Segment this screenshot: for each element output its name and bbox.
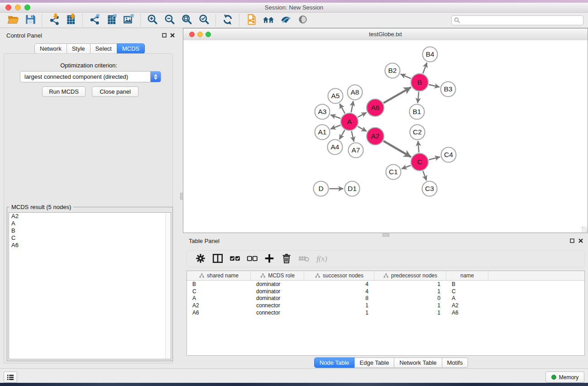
graph-node-B2[interactable]: B2	[385, 63, 400, 78]
cell-shared-name: C	[187, 288, 251, 295]
graph-node-C4[interactable]: C4	[441, 148, 456, 162]
graph-node-A6[interactable]: A6	[367, 99, 384, 116]
splitter-grip-bottom[interactable]	[382, 234, 389, 237]
table-row[interactable]: A6connector11A6	[187, 309, 584, 316]
columns-button[interactable]	[210, 252, 226, 266]
window-titlebar[interactable]: Session: New Session	[0, 3, 588, 13]
graph-node-C[interactable]: C	[411, 153, 428, 171]
graph-edge-A2-C	[383, 141, 411, 157]
result-list-scrollbar[interactable]	[165, 213, 171, 359]
zoom-fit-button[interactable]	[178, 14, 196, 27]
export-table-button[interactable]	[103, 14, 120, 27]
open-file-button[interactable]	[5, 14, 22, 27]
graph-node-A[interactable]: A	[341, 113, 358, 130]
tab-select[interactable]: Select	[90, 43, 117, 54]
column-header-predecessor-nodes[interactable]: predecessor nodes	[374, 271, 446, 280]
column-header-MCDS-role[interactable]: MCDS role	[251, 271, 304, 280]
table-tab-edge-table[interactable]: Edge Table	[354, 357, 395, 368]
graph-node-D[interactable]: D	[314, 181, 329, 196]
graph-node-A2[interactable]: A2	[367, 128, 384, 145]
graph-node-A3[interactable]: A3	[315, 105, 330, 119]
close-panel-icon-button[interactable]	[169, 32, 176, 38]
node-table: shared nameMCDS rolesuccessor nodesprede…	[186, 271, 585, 356]
graph-node-B[interactable]: B	[411, 74, 428, 91]
hide-panel-button[interactable]	[277, 14, 294, 27]
table-float-panel-button[interactable]	[569, 238, 575, 244]
table-row[interactable]: Adominator80A	[187, 295, 584, 302]
graph-node-A7[interactable]: A7	[349, 143, 363, 158]
result-list-item[interactable]: A	[9, 220, 171, 227]
cell-successor-nodes: 8	[304, 295, 374, 301]
criterion-dropdown[interactable]: largest connected component (directed)	[20, 71, 161, 82]
select-all-button[interactable]	[227, 252, 243, 266]
tab-mcds[interactable]: MCDS	[117, 43, 145, 54]
cell-successor-nodes: 4	[304, 281, 374, 287]
eye-button[interactable]	[294, 14, 311, 27]
table-row[interactable]: Cdominator41C	[187, 288, 584, 295]
graph-node-C1[interactable]: C1	[386, 165, 401, 180]
table-close-panel-button[interactable]	[578, 238, 584, 244]
graph-node-C3[interactable]: C3	[422, 181, 437, 196]
add-button[interactable]	[261, 252, 277, 266]
graph-node-C2[interactable]: C2	[410, 125, 425, 140]
export-image-button[interactable]	[120, 14, 138, 27]
table-tab-motifs[interactable]: Motifs	[442, 357, 468, 368]
table-tab-network-table[interactable]: Network Table	[394, 357, 442, 368]
mcds-result-list[interactable]: A2ABCA6	[9, 212, 171, 359]
list-icon	[7, 374, 14, 381]
graph-node-B1[interactable]: B1	[410, 105, 425, 119]
unselect-all-button[interactable]	[244, 252, 260, 266]
network-file-button[interactable]	[243, 14, 260, 27]
float-panel-button[interactable]	[161, 32, 167, 38]
result-list-item[interactable]: C	[9, 234, 171, 242]
zoom-selected-button[interactable]	[196, 14, 213, 27]
export-image-icon	[123, 14, 135, 27]
refresh-button[interactable]	[219, 14, 236, 27]
zoom-out-button[interactable]	[161, 14, 178, 27]
task-history-button[interactable]	[4, 372, 17, 383]
add-icon	[263, 253, 275, 266]
memory-button[interactable]: Memory	[545, 372, 584, 383]
graph-node-A1[interactable]: A1	[315, 125, 330, 140]
graph-node-A4[interactable]: A4	[328, 140, 343, 155]
network-resize-handle[interactable]	[582, 227, 587, 232]
tab-style[interactable]: Style	[67, 43, 91, 54]
network-window-titlebar[interactable]: testGlobe.txt	[183, 29, 588, 41]
graph-node-A8[interactable]: A8	[348, 85, 363, 100]
result-list-item[interactable]: B	[9, 227, 171, 234]
import-table-button[interactable]	[62, 14, 80, 27]
search-input[interactable]	[451, 15, 583, 25]
graph-node-D1[interactable]: D1	[345, 181, 360, 196]
result-list-item[interactable]: A2	[9, 213, 171, 220]
svg-text:D: D	[318, 185, 323, 192]
table-row[interactable]: Bdominator41B	[187, 281, 584, 288]
memory-label: Memory	[559, 374, 578, 381]
import-network-button[interactable]	[45, 14, 62, 27]
first-neighbors-button[interactable]	[260, 14, 277, 27]
float-icon	[570, 238, 574, 243]
cell-successor-nodes: 4	[304, 288, 374, 295]
graph-node-B3[interactable]: B3	[441, 82, 456, 97]
svg-text:B4: B4	[426, 50, 435, 58]
memory-status-icon	[551, 375, 556, 380]
table-tab-node-table[interactable]: Node Table	[314, 357, 355, 368]
settings-gear-button[interactable]	[192, 252, 209, 266]
column-header-name[interactable]: name	[446, 271, 488, 280]
column-header-shared-name[interactable]: shared name	[187, 271, 251, 280]
first-neighbors-icon	[263, 14, 274, 27]
column-header-successor-nodes[interactable]: successor nodes	[304, 271, 374, 280]
network-canvas[interactable]: B4B2BB3A8A5A6A3B1AA1C2A2A4A7C4CC1C3DD1	[183, 40, 588, 233]
run-mcds-button[interactable]: Run MCDS	[42, 86, 86, 97]
delete-button[interactable]	[278, 252, 295, 266]
table-row[interactable]: A2connector11A2	[187, 302, 584, 309]
graph-node-B4[interactable]: B4	[423, 47, 438, 62]
mcds-result-title: MCDS result (5 nodes)	[10, 204, 73, 210]
column-label: shared name	[207, 272, 239, 279]
result-list-item[interactable]: A6	[9, 242, 171, 249]
graph-node-A5[interactable]: A5	[328, 89, 343, 104]
zoom-in-button[interactable]	[144, 14, 161, 27]
save-session-button[interactable]	[22, 14, 39, 27]
close-panel-button[interactable]: Close panel	[92, 86, 139, 97]
export-network-button[interactable]	[86, 14, 103, 27]
tab-network[interactable]: Network	[34, 43, 67, 54]
